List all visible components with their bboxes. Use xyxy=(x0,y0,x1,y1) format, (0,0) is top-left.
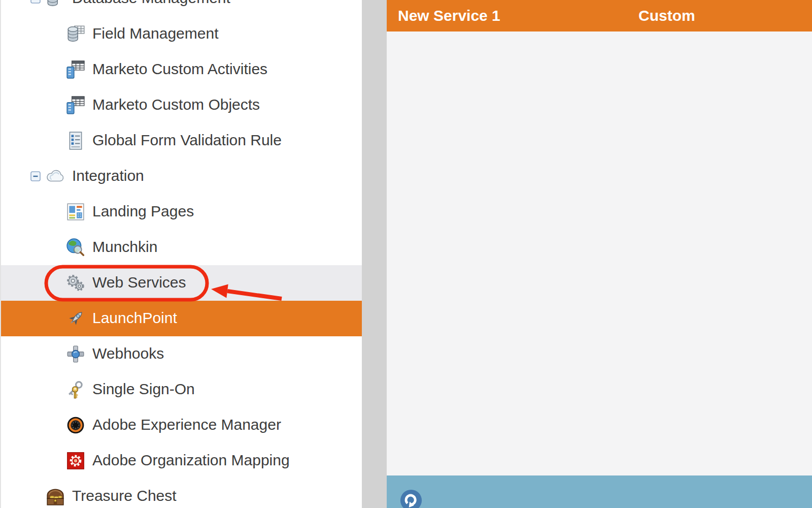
sidebar-item-label: Adobe Organization Mapping xyxy=(92,453,290,469)
refresh-icon xyxy=(399,489,423,508)
launchpoint-services-panel: New Service 1 Custom xyxy=(387,0,812,508)
sidebar-item-label: Global Form Validation Rule xyxy=(92,133,282,149)
sidebar-item-adobe-experience-manager[interactable]: Adobe Experience Manager xyxy=(1,407,362,443)
tree: Database Management Field Management Mar… xyxy=(1,0,362,508)
treasure-chest-icon xyxy=(46,487,65,506)
sidebar-item-web-services[interactable]: Web Services xyxy=(1,265,362,301)
table-server-icon xyxy=(66,60,85,79)
tree-collapse-minus-icon[interactable] xyxy=(30,171,41,181)
cross-node-icon xyxy=(66,344,85,364)
sidebar-item-label: Single Sign-On xyxy=(92,382,195,398)
sidebar-item-webhooks[interactable]: Webhooks xyxy=(1,336,362,372)
grid-bottom-toolbar xyxy=(387,475,812,508)
grid-empty-area xyxy=(387,31,812,475)
sidebar-item-label: Integration xyxy=(72,168,144,184)
sidebar-item-label: LaunchPoint xyxy=(92,310,177,327)
aem-ring-icon xyxy=(66,416,85,435)
sidebar-item-marketo-custom-objects[interactable]: Marketo Custom Objects xyxy=(1,87,362,123)
sidebar-item-label: Web Services xyxy=(92,275,186,291)
sidebar-item-integration[interactable]: Integration xyxy=(1,158,362,194)
red-gear-icon xyxy=(66,451,85,470)
sidebar-item-single-sign-on[interactable]: Single Sign-On xyxy=(1,372,362,407)
panel-divider xyxy=(362,0,387,508)
sidebar-item-launchpoint[interactable]: LaunchPoint xyxy=(1,301,362,336)
rocket-icon xyxy=(66,309,85,328)
admin-tree-sidebar: Database Management Field Management Mar… xyxy=(0,0,362,508)
sidebar-item-landing-pages[interactable]: Landing Pages xyxy=(1,194,362,230)
sidebar-item-label: Munchkin xyxy=(92,239,157,256)
database-grid-icon xyxy=(46,0,65,8)
marketo-admin-screen: { "sidebar": { "items": [ { "label": "Da… xyxy=(0,0,812,508)
sidebar-item-field-management[interactable]: Field Management xyxy=(1,16,362,52)
gears-icon xyxy=(66,273,85,293)
globe-magnifier-icon xyxy=(66,238,85,257)
sidebar-item-marketo-custom-activities[interactable]: Marketo Custom Activities xyxy=(1,52,362,87)
sidebar-item-database-management[interactable]: Database Management xyxy=(1,0,362,16)
sidebar-item-global-form-validation-rule[interactable]: Global Form Validation Rule xyxy=(1,123,362,158)
service-row-selected[interactable]: New Service 1 Custom xyxy=(387,0,812,31)
service-provider: Custom xyxy=(638,7,695,24)
sidebar-item-adobe-organization-mapping[interactable]: Adobe Organization Mapping xyxy=(1,443,362,479)
sidebar-item-label: Landing Pages xyxy=(92,204,194,220)
document-rules-icon xyxy=(66,131,85,150)
sidebar-item-label: Adobe Experience Manager xyxy=(92,417,281,433)
database-grid-icon xyxy=(66,24,85,44)
landing-page-icon xyxy=(66,202,85,221)
sidebar-item-treasure-chest[interactable]: Treasure Chest xyxy=(1,479,362,508)
sidebar-item-label: Treasure Chest xyxy=(72,488,177,504)
sidebar-item-label: Marketo Custom Objects xyxy=(92,97,260,113)
keys-icon xyxy=(66,380,85,399)
sidebar-item-label: Database Management xyxy=(72,0,230,7)
sidebar-item-label: Field Management xyxy=(92,26,218,42)
sidebar-item-label: Marketo Custom Activities xyxy=(92,61,267,78)
sidebar-item-munchkin[interactable]: Munchkin xyxy=(1,230,362,265)
sidebar-item-label: Webhooks xyxy=(92,346,164,362)
tree-collapse-minus-icon[interactable] xyxy=(30,0,41,4)
cloud-icon xyxy=(46,167,65,186)
service-name: New Service 1 xyxy=(387,7,500,24)
refresh-button[interactable] xyxy=(399,489,423,508)
table-server-icon xyxy=(66,96,85,115)
